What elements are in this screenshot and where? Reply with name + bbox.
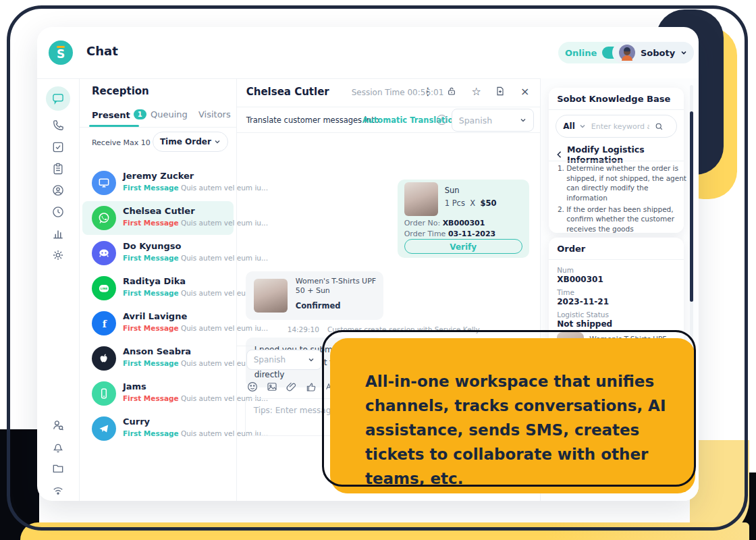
contact-list: Jeremy Zucker First Message Quis autem v… (80, 161, 236, 501)
contact-row[interactable]: Jeremy Zucker First Message Quis autem v… (82, 166, 234, 200)
webchat-icon (92, 171, 116, 195)
svg-text:f: f (103, 319, 107, 329)
present-count-badge: 1 (134, 109, 146, 119)
mobile-icon (92, 381, 116, 406)
tab-visitors[interactable]: Visitors (198, 109, 231, 119)
reply-language-select[interactable]: Spanish (246, 350, 322, 370)
avatar (619, 45, 635, 61)
thumbs-up-icon[interactable] (305, 381, 317, 393)
nav-notifications-icon[interactable] (51, 440, 65, 454)
confirm-status: Confirmed (296, 301, 341, 310)
system-event: 14:29:10Customer create session with Ser… (288, 325, 480, 333)
product-price: $50 (480, 198, 496, 208)
nav-agent-search-icon[interactable] (51, 418, 65, 432)
telegram-icon (92, 416, 116, 441)
image-icon[interactable] (266, 381, 278, 393)
time-order-select[interactable]: Time Order (153, 132, 228, 152)
facebook-icon: f (92, 311, 116, 335)
tab-queuing[interactable]: Queuing (151, 109, 188, 119)
translate-label: Translate customer messages into (246, 115, 379, 125)
contact-row-selected[interactable]: Chelsea Cutler First Message Quis autem … (82, 201, 234, 235)
order-date: 03-11-2023 (448, 230, 495, 238)
order-card-title: Order (557, 244, 585, 254)
article-step: If the order has been shipped, confirm w… (566, 205, 689, 234)
order-time-label: Time (557, 288, 574, 296)
article-title: Modify Logistics Information (567, 144, 684, 165)
contact-row[interactable]: Anson Seabra First Message Quis autem ve… (82, 342, 234, 375)
marketing-callout: All-in-one workspace that unifies channe… (330, 338, 695, 493)
verify-button[interactable]: Verify (404, 239, 522, 254)
search-filter-select[interactable]: All (563, 122, 575, 131)
order-status-label: Logistic Status (557, 310, 609, 319)
nav-files-icon[interactable] (51, 462, 65, 475)
contact-row[interactable]: Curry First Message Quis autem vel eum i… (82, 412, 234, 446)
whatsapp-icon (92, 206, 116, 230)
tab-present[interactable]: Present1 (92, 109, 146, 120)
kb-search-input[interactable] (590, 122, 651, 132)
order-status-value: Not shipped (557, 319, 612, 329)
confirm-message-card: Women's T-Shirts UPF 50 + Sun Confirmed (246, 271, 383, 320)
emoji-icon[interactable] (246, 381, 259, 393)
order-num-value: XB000301 (557, 275, 603, 284)
logo-letter: S (57, 47, 65, 61)
knowledge-base-title: Sobot Knowledge Base (557, 94, 670, 104)
lock-session-icon[interactable] (446, 86, 458, 97)
chevron-down-icon (680, 49, 687, 56)
contact-row[interactable]: LINE Raditya Dika First Message Quis aut… (82, 271, 234, 305)
message-input-placeholder: Tips: Enter messages (254, 406, 340, 415)
more-options-icon[interactable]: ⋮ (422, 86, 433, 97)
active-tab-underline (89, 125, 139, 127)
order-time-value: 2023-11-21 (557, 297, 609, 306)
nav-agents-icon[interactable] (51, 184, 65, 197)
order-num-label: Num (557, 266, 574, 274)
contact-row[interactable]: Do Kyungso First Message Quis autem vel … (82, 236, 234, 270)
chevron-down-icon (520, 117, 526, 124)
svg-text:LINE: LINE (101, 287, 108, 290)
chevron-down-icon (214, 138, 221, 145)
order-number: XB000301 (443, 219, 485, 227)
contact-row[interactable]: Jams First Message Quis autem vel eum iu… (82, 377, 234, 410)
product-image (254, 279, 288, 313)
chevron-left-icon (557, 151, 562, 159)
line-icon: LINE (92, 276, 116, 300)
product-name: Sun (445, 186, 460, 195)
article-header[interactable]: Modify Logistics Information (557, 144, 684, 165)
app-header: S Chat Online Soboty (37, 27, 699, 79)
create-ticket-icon[interactable] (495, 86, 506, 97)
scrollbar-thumb[interactable] (690, 111, 693, 302)
nav-settings-icon[interactable] (51, 248, 65, 262)
page-title: Chat (86, 44, 118, 58)
product-image (404, 182, 438, 216)
knowledge-base-card: Sobot Knowledge Base All Modify Logistic… (549, 88, 684, 233)
discord-icon (92, 241, 116, 265)
online-label: Online (565, 48, 597, 58)
nav-rail (37, 78, 80, 501)
attachment-icon[interactable] (286, 381, 298, 393)
nav-network-icon[interactable] (51, 483, 65, 497)
confirm-product-title: Women's T-Shirts UPF 50 + Sun (296, 277, 380, 296)
translate-language-select[interactable]: Spanish (452, 109, 534, 132)
close-icon[interactable]: × (519, 86, 531, 97)
callout-text: All-in-one workspace that unifies channe… (365, 369, 677, 491)
user-menu[interactable]: Soboty (612, 42, 694, 63)
nav-chat-icon[interactable] (46, 86, 70, 111)
nav-history-icon[interactable] (51, 205, 65, 219)
chat-contact-name: Chelsea Cutler (246, 86, 329, 98)
star-icon[interactable]: ☆ (470, 86, 482, 97)
receive-max-label: Receive Max 10 (92, 138, 151, 147)
chevron-down-icon (308, 356, 315, 363)
apple-icon (92, 346, 116, 371)
nav-tasks-icon[interactable] (51, 140, 65, 154)
nav-analytics-icon[interactable] (51, 227, 65, 240)
contact-row[interactable]: f Avril Lavigne First Message Quis autem… (82, 306, 234, 340)
reception-title: Reception (92, 85, 149, 97)
user-name: Soboty (641, 48, 675, 58)
knowledge-search: All (556, 115, 677, 138)
info-icon[interactable]: i (437, 115, 447, 125)
chat-header: Chelsea Cutler Session Time 00:56:01 ⋮ ☆… (237, 78, 541, 107)
nav-orders-icon[interactable] (51, 162, 65, 176)
nav-calls-icon[interactable] (51, 119, 65, 132)
search-icon[interactable] (655, 122, 664, 131)
sobot-logo[interactable]: S (49, 40, 73, 65)
article-step: Determine whether the order is shipped, … (566, 163, 689, 203)
